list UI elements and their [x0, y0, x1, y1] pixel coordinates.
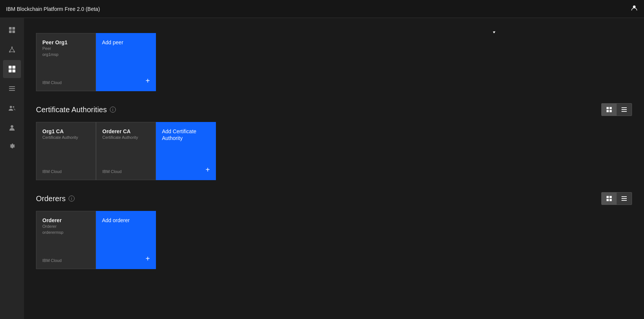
sidebar-item-nodes[interactable] — [3, 60, 21, 78]
svg-rect-15 — [9, 86, 15, 87]
svg-rect-17 — [9, 90, 15, 91]
orderers-list-view-button[interactable] — [617, 193, 632, 205]
org1-ca-type: Certificate Authority — [42, 135, 90, 140]
svg-rect-2 — [12, 27, 15, 30]
ca-list-view-button[interactable] — [617, 104, 632, 116]
add-peer-button[interactable]: Add peer + — [96, 33, 156, 91]
ca-view-toggle — [601, 103, 632, 116]
svg-point-5 — [11, 47, 13, 48]
svg-point-18 — [10, 106, 12, 108]
orderer-type: Orderer — [42, 224, 90, 229]
add-ca-label: Add Certificate Authority — [162, 128, 210, 141]
org1-ca-cloud: IBM Cloud — [42, 169, 90, 174]
peer-org1-msp: org1msp — [42, 52, 90, 57]
orderer-card[interactable]: Orderer Orderer orderermsp IBM Cloud — [36, 211, 96, 269]
svg-line-8 — [10, 48, 12, 51]
sidebar-item-identity[interactable] — [3, 119, 21, 137]
svg-rect-16 — [9, 88, 15, 89]
add-ca-button[interactable]: Add Certificate Authority + — [156, 122, 216, 180]
svg-rect-24 — [610, 110, 612, 112]
org1-ca-name: Org1 CA — [42, 128, 90, 134]
svg-point-20 — [11, 125, 13, 128]
peer-org1-type: Peer — [42, 46, 90, 51]
main-content: Peer Org1 Peer org1msp IBM Cloud Add pee… — [24, 18, 644, 319]
svg-rect-13 — [9, 69, 12, 72]
ca-section: Certificate Authorities i — [36, 103, 632, 180]
orderers-header: Orderers i — [36, 192, 632, 205]
add-ca-plus-icon: + — [205, 166, 210, 174]
user-icon[interactable] — [631, 4, 638, 14]
org1-ca-card[interactable]: Org1 CA Certificate Authority IBM Cloud — [36, 122, 96, 180]
peer-org1-name: Peer Org1 — [42, 39, 90, 45]
sidebar-item-dashboard[interactable] — [3, 21, 21, 39]
orderers-cards: Orderer Orderer orderermsp IBM Cloud Add… — [36, 211, 632, 269]
svg-rect-12 — [12, 66, 15, 69]
svg-rect-29 — [610, 196, 612, 198]
add-orderer-label: Add orderer — [102, 217, 150, 224]
add-peer-label: Add peer — [102, 39, 150, 46]
sidebar-item-channels[interactable] — [3, 80, 21, 98]
orderer-ca-card[interactable]: Orderer CA Certificate Authority IBM Clo… — [96, 122, 156, 180]
add-peer-plus-icon: + — [145, 77, 150, 85]
orderer-cloud: IBM Cloud — [42, 258, 90, 263]
peers-section: Peer Org1 Peer org1msp IBM Cloud Add pee… — [36, 27, 632, 91]
peer-org1-card[interactable]: Peer Org1 Peer org1msp IBM Cloud — [36, 33, 96, 91]
orderers-section-title: Orderers — [36, 194, 66, 203]
peer-org1-cloud: IBM Cloud — [42, 80, 90, 85]
orderers-view-toggle — [601, 192, 632, 205]
svg-rect-31 — [610, 199, 612, 201]
orderers-info-icon[interactable]: i — [69, 196, 75, 202]
svg-rect-1 — [9, 27, 12, 30]
add-orderer-button[interactable]: Add orderer + — [96, 211, 156, 269]
ca-info-icon[interactable]: i — [110, 107, 116, 113]
sidebar-item-settings[interactable] — [3, 138, 21, 156]
ca-cards: Org1 CA Certificate Authority IBM Cloud … — [36, 122, 632, 180]
svg-rect-32 — [622, 196, 627, 197]
ca-header: Certificate Authorities i — [36, 103, 632, 116]
svg-rect-30 — [607, 199, 609, 201]
ca-grid-view-button[interactable] — [602, 104, 617, 116]
svg-rect-25 — [622, 107, 627, 108]
sidebar — [0, 18, 24, 319]
topbar: IBM Blockchain Platform Free 2.0 (Beta) — [0, 0, 644, 18]
orderer-name: Orderer — [42, 217, 90, 223]
svg-rect-28 — [607, 196, 609, 198]
svg-rect-23 — [607, 110, 609, 112]
orderers-section: Orderers i — [36, 192, 632, 269]
add-orderer-plus-icon: + — [145, 254, 150, 263]
svg-rect-3 — [9, 30, 12, 33]
orderer-msp: orderermsp — [42, 230, 90, 235]
ca-title-group: Certificate Authorities i — [36, 105, 116, 114]
svg-rect-14 — [12, 69, 15, 72]
orderer-ca-name: Orderer CA — [102, 128, 150, 134]
orderers-grid-view-button[interactable] — [602, 193, 617, 205]
svg-line-9 — [12, 48, 14, 51]
sidebar-item-network[interactable] — [3, 41, 21, 59]
svg-rect-34 — [622, 200, 627, 201]
svg-rect-33 — [622, 198, 627, 199]
app-title: IBM Blockchain Platform Free 2.0 (Beta) — [6, 6, 100, 12]
svg-rect-26 — [622, 109, 627, 110]
peers-cards: Peer Org1 Peer org1msp IBM Cloud Add pee… — [36, 33, 632, 91]
svg-rect-21 — [607, 107, 609, 109]
svg-rect-4 — [12, 30, 15, 33]
svg-rect-11 — [9, 66, 12, 69]
svg-rect-27 — [622, 111, 627, 112]
ca-section-title: Certificate Authorities — [36, 105, 107, 114]
svg-rect-22 — [610, 107, 612, 109]
orderers-title-group: Orderers i — [36, 194, 75, 203]
sidebar-item-organizations[interactable] — [3, 99, 21, 117]
svg-point-19 — [13, 106, 14, 108]
orderer-ca-cloud: IBM Cloud — [102, 169, 150, 174]
orderer-ca-type: Certificate Authority — [102, 135, 150, 140]
